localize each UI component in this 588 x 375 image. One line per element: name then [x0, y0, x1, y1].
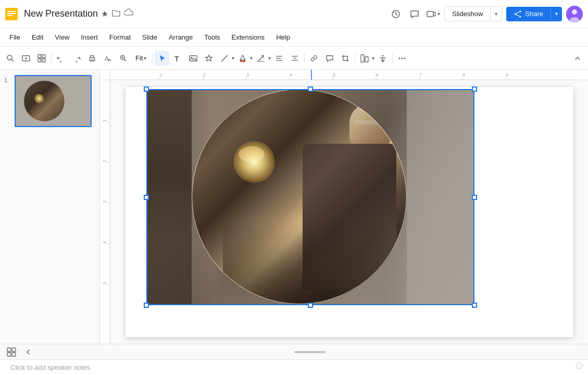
svg-rect-21	[38, 59, 41, 62]
panel-toggle-button[interactable]	[21, 345, 35, 359]
folder-icon[interactable]	[111, 8, 121, 19]
menu-edit[interactable]: Edit	[27, 31, 48, 43]
comment-insert-button[interactable]	[322, 51, 337, 66]
horizontal-scrollbar-thumb[interactable]	[294, 351, 326, 353]
svg-line-10	[515, 14, 520, 17]
cloud-icon[interactable]	[124, 8, 133, 19]
menu-view[interactable]: View	[49, 31, 74, 43]
comment-button[interactable]	[407, 7, 422, 21]
more-options-button[interactable]	[395, 51, 409, 66]
menu-insert[interactable]: Insert	[76, 31, 103, 43]
image-tool[interactable]	[186, 51, 201, 66]
shape-options-group[interactable]: ▾	[357, 51, 374, 66]
handle-middle-right[interactable]	[472, 195, 477, 200]
svg-line-15	[11, 59, 14, 61]
link-button[interactable]	[307, 51, 321, 66]
line-tool-group[interactable]: ▾	[217, 51, 234, 66]
menu-extensions[interactable]: Extensions	[227, 31, 270, 43]
slide-thumbnail-1[interactable]	[15, 75, 92, 127]
image-element[interactable]	[146, 89, 474, 305]
cursor-tool[interactable]	[155, 51, 169, 66]
shape-tool[interactable]	[202, 51, 216, 66]
notes-expand-icon[interactable]: ⋯	[576, 362, 583, 371]
handle-top-middle[interactable]	[308, 86, 313, 92]
menu-arrange[interactable]: Arrange	[164, 31, 198, 43]
border-dropdown[interactable]: ▾	[268, 55, 271, 61]
redo-button[interactable]	[69, 51, 84, 66]
menu-help[interactable]: Help	[271, 31, 295, 43]
svg-rect-80	[7, 348, 11, 352]
separator-3	[304, 53, 305, 64]
crop-button[interactable]	[338, 51, 353, 66]
spellcheck-button[interactable]: A	[101, 51, 115, 66]
zoom-button[interactable]	[116, 51, 131, 66]
slideshow-main-button[interactable]: Slideshow	[445, 7, 490, 21]
fill-color-group[interactable]: ▾	[235, 51, 253, 66]
line-dropdown[interactable]: ▾	[232, 55, 234, 61]
doc-title[interactable]: New Presentation	[24, 8, 98, 19]
handle-top-left[interactable]	[144, 86, 149, 92]
slides-panel: 1	[0, 70, 100, 344]
handle-bottom-left[interactable]	[144, 303, 149, 308]
menu-format[interactable]: Format	[104, 31, 136, 43]
slideshow-dropdown-arrow[interactable]: ▾	[490, 8, 502, 20]
layout-button[interactable]	[34, 51, 49, 66]
handle-top-right[interactable]	[472, 86, 477, 92]
toolbar: A Fit ▾ T ▾ ▾ ▾	[0, 47, 588, 70]
share-button[interactable]: Share ▾	[506, 7, 562, 21]
zoom-select[interactable]: Fit ▾	[132, 53, 150, 64]
line-tool[interactable]	[217, 51, 232, 66]
bottom-scroll-area	[40, 344, 580, 359]
svg-text:1: 1	[102, 119, 107, 122]
svg-rect-82	[7, 353, 11, 356]
separator-1	[51, 53, 52, 64]
svg-text:6: 6	[376, 72, 379, 78]
border-color-group[interactable]: ▾	[254, 51, 271, 66]
more-align-button[interactable]	[287, 51, 302, 66]
slide-content[interactable]	[126, 87, 573, 337]
svg-point-12	[572, 9, 577, 15]
ruler-corner	[100, 70, 110, 80]
svg-line-27	[124, 59, 127, 61]
slide-item-1[interactable]: 1	[4, 75, 95, 127]
search-button[interactable]	[3, 51, 18, 66]
svg-rect-1	[7, 11, 16, 12]
menu-slide[interactable]: Slide	[137, 31, 162, 43]
history-button[interactable]	[389, 7, 403, 21]
add-slide-button[interactable]	[19, 51, 33, 66]
user-avatar[interactable]	[566, 6, 583, 22]
video-button[interactable]: ▾	[426, 9, 440, 19]
main-area: 1	[0, 70, 588, 344]
speaker-notes-area[interactable]: Click to add speaker notes ⋯	[0, 359, 588, 375]
slide-number-1: 1	[4, 77, 11, 83]
border-color-button[interactable]	[254, 51, 268, 66]
handle-bottom-middle[interactable]	[308, 303, 313, 308]
bottom-left-controls	[0, 344, 40, 359]
bottom-controls	[0, 344, 588, 359]
share-dropdown-arrow[interactable]: ▾	[551, 8, 562, 20]
shape-options-dropdown[interactable]: ▾	[372, 55, 374, 61]
print-button[interactable]	[85, 51, 99, 66]
menu-file[interactable]: File	[4, 31, 26, 43]
accessibility-button[interactable]	[376, 51, 390, 66]
video-dropdown-arrow[interactable]: ▾	[437, 11, 440, 17]
share-main-button[interactable]: Share	[506, 7, 551, 21]
svg-line-9	[515, 11, 520, 14]
text-tool[interactable]: T	[170, 51, 185, 66]
shape-options-button[interactable]	[357, 51, 372, 66]
svg-point-46	[402, 57, 403, 59]
handle-middle-left[interactable]	[144, 195, 149, 200]
collapse-toolbar-button[interactable]	[570, 51, 585, 66]
handle-bottom-right[interactable]	[472, 303, 477, 308]
fill-color-button[interactable]	[235, 51, 250, 66]
align-button[interactable]	[272, 51, 286, 66]
zoom-dropdown-arrow: ▾	[144, 55, 146, 61]
svg-text:1: 1	[160, 72, 162, 78]
fill-dropdown[interactable]: ▾	[250, 55, 253, 61]
star-icon[interactable]: ★	[101, 9, 108, 19]
undo-button[interactable]	[54, 51, 68, 66]
svg-text:8: 8	[462, 72, 465, 78]
slideshow-button[interactable]: Slideshow ▾	[444, 6, 502, 21]
menu-tools[interactable]: Tools	[199, 31, 225, 43]
grid-view-button[interactable]	[4, 345, 19, 359]
